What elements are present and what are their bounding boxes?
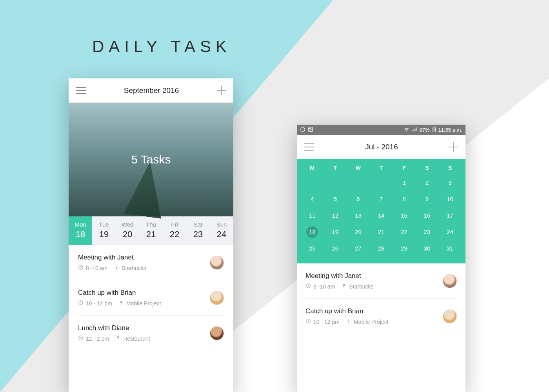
calendar-day[interactable]: 26 [324,244,347,253]
week-day-label: Sun [210,221,233,228]
pin-icon [115,335,121,342]
calendar-dow: F [393,165,416,171]
calendar-day[interactable]: 8 [393,194,416,204]
calendar-day[interactable]: 1 [393,178,416,187]
task-place: Mobile Project [354,319,389,325]
calendar-day[interactable]: 17 [438,211,462,220]
menu-icon[interactable] [76,87,86,94]
calendar-day[interactable]: 4 [301,194,324,204]
svg-point-11 [344,285,345,286]
calendar-day[interactable]: 5 [324,194,347,204]
calendar-day[interactable]: 30 [416,244,439,253]
calendar-day[interactable]: 7 [370,194,393,204]
task-place: Restaurant [123,336,150,342]
calendar-day[interactable]: 19 [324,227,347,237]
week-day-label: Fri [163,221,186,228]
pin-icon [341,283,347,290]
battery-charging-icon [432,127,436,133]
task-time: 12 - 2 pm [86,336,109,342]
signal-icon [412,127,417,133]
calendar-day[interactable]: 20 [347,227,370,237]
svg-point-1 [116,266,118,268]
task-time: 8 -10 am [86,265,107,271]
task-place: Starbucks [122,265,146,271]
menu-icon[interactable] [304,143,314,151]
week-day-label: Wed [116,221,139,228]
week-day-label: Mon [69,221,92,228]
calendar-day[interactable]: 16 [416,211,439,220]
calendar-day[interactable]: 10 [438,194,462,204]
calendar-day[interactable]: 14 [370,211,393,220]
calendar-day[interactable]: 25 [301,244,324,253]
calendar-day[interactable]: 24 [438,227,462,237]
calendar-day [324,178,347,187]
week-day[interactable]: Thu21 [139,216,163,245]
task-item[interactable]: Catch up with Brian10 - 12 pmMobile Proj… [78,280,224,316]
avatar [210,256,224,270]
task-item[interactable]: Lunch with Diane12 - 2 pmRestaurant [78,316,224,350]
whatsapp-icon [300,127,305,133]
calendar-day[interactable]: 31 [438,244,462,253]
task-item[interactable]: Catch up with Brian10 - 12 pmMobile Proj… [305,299,457,334]
task-title: Lunch with Diane [78,324,210,332]
calendar-day[interactable]: 27 [347,244,370,253]
screen-month-view: 97% 11:55 a.m. Jul - 2016 MTWTFSS 123456… [297,125,465,392]
calendar-dow: M [301,165,324,171]
week-day-label: Tue [92,221,116,228]
calendar-day[interactable]: 29 [393,244,416,253]
task-time: 10 - 12 pm [86,300,112,307]
add-button[interactable] [449,142,458,152]
week-day-number: 18 [69,229,92,240]
week-day[interactable]: Tue19 [92,216,116,245]
calendar-day [301,178,324,187]
task-place: Mobile Project [126,300,161,307]
calendar-day[interactable]: 21 [370,227,393,237]
calendar-dow: T [370,165,393,171]
week-day[interactable]: Sun24 [210,216,233,245]
calendar-day[interactable]: 11 [301,211,324,220]
svg-point-5 [117,337,119,338]
battery-percent: 97% [420,127,430,133]
add-button[interactable] [217,86,226,95]
pin-icon [346,318,351,325]
week-day-number: 21 [139,229,163,240]
calendar-day[interactable]: 18 [301,227,324,237]
appbar-title: September 2016 [124,86,179,95]
calendar-day[interactable]: 6 [347,194,370,204]
calendar-day[interactable]: 15 [393,211,416,220]
calendar-day[interactable]: 9 [416,194,439,204]
week-day[interactable]: Fri22 [163,216,186,245]
avatar [210,291,224,305]
task-time: 8 -10 am [313,283,335,290]
calendar-day[interactable]: 12 [324,211,347,220]
screen-week-view: September 2016 5 Tasks Mon18Tue19Wed20Th… [69,78,233,392]
week-day-number: 22 [163,229,186,240]
task-title: Meeting with Janet [78,254,210,261]
calendar-day[interactable]: 28 [370,244,393,253]
clock-icon [78,265,84,271]
clock-icon [305,283,311,290]
svg-point-3 [120,301,122,303]
calendar-day[interactable]: 23 [416,227,439,237]
week-day[interactable]: Sat23 [186,216,210,245]
week-day-number: 24 [210,229,233,240]
clock-icon [78,335,84,342]
status-time: 11:55 a.m. [438,127,462,133]
task-time: 10 - 12 pm [313,319,340,325]
avatar [443,309,457,323]
calendar-day[interactable]: 2 [416,178,439,187]
week-day[interactable]: Mon18 [69,216,92,245]
week-day[interactable]: Wed20 [116,216,139,245]
calendar-day[interactable]: 3 [438,178,462,187]
task-item[interactable]: Meeting with Janet8 -10 amStarbucks [78,245,224,280]
week-day-number: 23 [186,229,210,240]
android-status-bar: 97% 11:55 a.m. [297,125,465,135]
week-day-label: Thu [139,221,163,228]
calendar-day[interactable]: 22 [393,227,416,237]
week-strip: Mon18Tue19Wed20Thu21Fri22Sat23Sun24 [69,216,233,245]
task-title: Catch up with Brian [305,307,443,315]
task-item[interactable]: Meeting with Janet8 -10 amStarbucks [305,263,457,299]
clock-icon [305,318,311,325]
avatar [443,274,457,288]
calendar-day[interactable]: 13 [347,211,370,220]
